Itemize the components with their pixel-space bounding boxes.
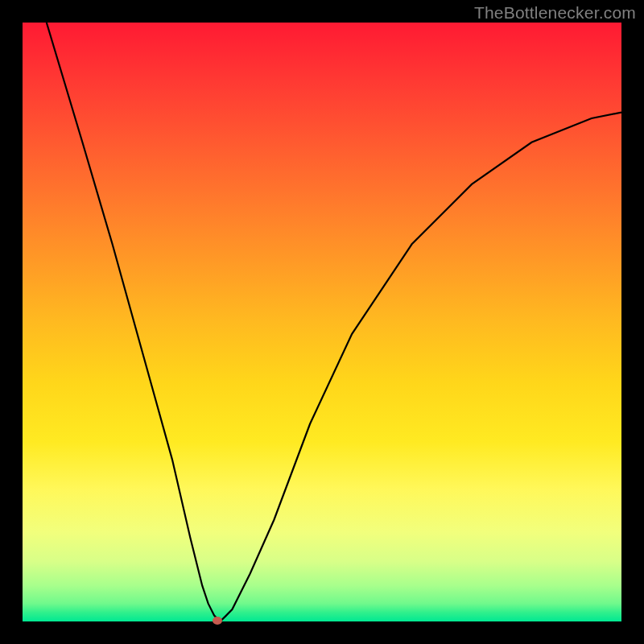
- plot-area: [23, 23, 621, 621]
- chart-frame: TheBottlenecker.com: [0, 0, 644, 644]
- optimal-marker: [213, 617, 222, 625]
- attribution-text: TheBottlenecker.com: [474, 3, 636, 23]
- curve-layer: [23, 23, 621, 621]
- bottleneck-curve: [47, 23, 621, 621]
